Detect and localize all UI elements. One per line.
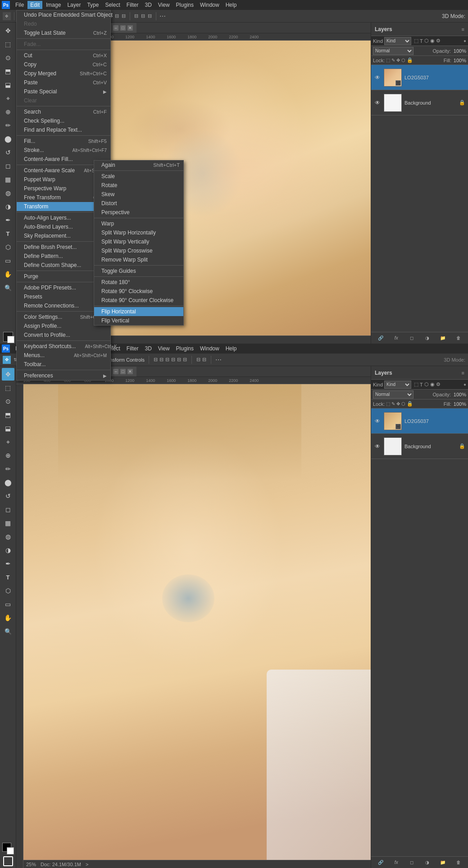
fill-value[interactable]: 100% [454, 58, 466, 63]
submenu-rotate-cw[interactable]: Rotate 90° Clockwise [94, 287, 183, 296]
bottom-fx-btn[interactable]: fx [392, 858, 401, 867]
tool-eraser[interactable]: ◻ [2, 160, 14, 172]
menu-cut[interactable]: CutCtrl+X [17, 51, 110, 60]
move-tool-icon[interactable]: ✥ [3, 12, 11, 20]
lock-icon-3[interactable]: ✥ [396, 58, 400, 63]
bottom-tab-close[interactable]: ✕ [127, 369, 133, 374]
bottom-tool-lasso[interactable]: ⊙ [2, 395, 14, 408]
submenu-split-h[interactable]: Split Warp Horizontally [94, 228, 183, 237]
lock-icon-4[interactable]: ⬡ [401, 58, 405, 63]
submenu-flip-vertical[interactable]: Flip Vertical [94, 316, 183, 325]
bottom-tab-max[interactable]: □ [120, 369, 126, 374]
bottom-tool-blur[interactable]: ◍ [2, 530, 14, 543]
bottom-opacity-value[interactable]: 100% [454, 392, 466, 397]
layer-icon-a[interactable]: ⬚ [414, 38, 418, 44]
menu-fill[interactable]: Fill...Shift+F5 [17, 137, 110, 146]
bottom-tool-move[interactable]: ✥ [2, 368, 14, 381]
menu-3d[interactable]: 3D [142, 1, 154, 9]
layer-icon-e[interactable]: ⚙ [436, 38, 441, 44]
menu-stroke[interactable]: Stroke...Alt+Shift+Ctrl+F7 [17, 146, 110, 155]
tool-brush[interactable]: ✏ [2, 119, 14, 132]
layer-icon-b[interactable]: T [420, 38, 423, 44]
tool-move[interactable]: ✥ [2, 24, 14, 37]
bottom-more-options[interactable]: ⋯ [215, 356, 222, 363]
bottom-tool-shape[interactable]: ▭ [2, 598, 14, 611]
submenu-skew[interactable]: Skew [94, 190, 183, 199]
bottom-tool-stamp[interactable]: ⬤ [2, 476, 14, 489]
lock-icon-1[interactable]: ⬚ [386, 58, 390, 63]
submenu-toggle-guides[interactable]: Toggle Guides [94, 266, 183, 276]
bottom-kind-select[interactable]: Kind [384, 381, 411, 389]
move-tool-active-icon[interactable]: ✥ [3, 356, 11, 364]
bottom-blend-select[interactable]: Normal [373, 390, 413, 399]
tool-zoom[interactable]: 🔍 [2, 281, 14, 294]
menu-type[interactable]: Type [84, 1, 101, 9]
bottom-menu-plugins[interactable]: Plugins [173, 344, 196, 353]
menu-edit[interactable]: Edit [27, 1, 42, 9]
bottom-adj-btn[interactable]: ◑ [423, 858, 432, 867]
layer-eye-2[interactable]: 👁 [374, 99, 381, 106]
menu-paste-special[interactable]: Paste Special▶ [17, 87, 110, 96]
submenu-again[interactable]: AgainShift+Ctrl+T [94, 161, 183, 170]
menu-preferences[interactable]: Preferences▶ [17, 371, 110, 380]
dist-icon-2[interactable]: ⊟ [140, 12, 146, 20]
submenu-warp[interactable]: Warp [94, 219, 183, 228]
lock-icon-5[interactable]: 🔒 [407, 57, 413, 63]
menu-find-replace[interactable]: Find and Replace Text... [17, 125, 110, 134]
tool-select[interactable]: ⬒ [2, 65, 14, 78]
dist-icon-3[interactable]: ⊟ [147, 12, 153, 20]
menu-copy[interactable]: CopyCtrl+C [17, 60, 110, 69]
menu-toolbar[interactable]: Toolbar... [17, 360, 110, 369]
layers-mask-btn[interactable]: ◻ [407, 334, 416, 343]
bottom-tool-dodge[interactable]: ◑ [2, 544, 14, 556]
layers-close-btn[interactable]: ≡ [462, 27, 464, 32]
tool-blur[interactable]: ◍ [2, 187, 14, 199]
tool-gradient[interactable]: ▦ [2, 173, 14, 186]
bottom-menu-help[interactable]: Help [223, 344, 240, 353]
layer-icon-c[interactable]: ⬡ [424, 38, 429, 44]
bottom-kind-icon-b[interactable]: T [420, 382, 423, 387]
menu-keyboard-shortcuts[interactable]: Keyboard Shortcuts...Alt+Shift+Ctrl+K [17, 342, 110, 351]
bottom-tool-pen[interactable]: ✒ [2, 557, 14, 570]
background-color[interactable] [7, 336, 14, 343]
submenu-rotate[interactable]: Rotate [94, 181, 183, 190]
bottom-tool-eraser[interactable]: ◻ [2, 503, 14, 516]
tool-history-brush[interactable]: ↺ [2, 146, 14, 159]
menu-check-spelling[interactable]: Check Spelling... [17, 116, 110, 125]
menu-convert-profile[interactable]: Convert to Profile... [17, 331, 110, 340]
bottom-link-btn[interactable]: 🔗 [376, 858, 385, 867]
menu-view[interactable]: View [155, 1, 173, 9]
tool-text[interactable]: T [2, 227, 14, 240]
layer-item-background[interactable]: 👁 Background 🔒 [371, 90, 468, 115]
tab-close-btn[interactable]: ✕ [127, 25, 133, 31]
b-align-4[interactable]: ⊟ [171, 356, 176, 363]
bottom-tool-history[interactable]: ↺ [2, 490, 14, 502]
tool-path[interactable]: ⬡ [2, 241, 14, 253]
bottom-kind-icon-e[interactable]: ⚙ [436, 381, 441, 387]
menu-select[interactable]: Select [102, 1, 123, 9]
bottom-kind-icon-c[interactable]: ⬡ [424, 381, 429, 387]
bottom-lock-1[interactable]: ⬚ [386, 401, 390, 406]
b-align-5[interactable]: ⊟ [177, 356, 182, 363]
b-align-6[interactable]: ⊟ [182, 356, 187, 363]
bottom-tool-path-sel[interactable]: ⬡ [2, 584, 14, 597]
bottom-tool-marquee[interactable]: ⬚ [2, 381, 14, 394]
bottom-tool-brush[interactable]: ✏ [2, 463, 14, 475]
opacity-value[interactable]: 100% [454, 48, 466, 54]
submenu-rotate-ccw[interactable]: Rotate 90° Counter Clockwise [94, 296, 183, 305]
layer-eye-1[interactable]: 👁 [374, 74, 381, 81]
tool-hand[interactable]: ✋ [2, 268, 14, 280]
layers-adj-btn[interactable]: ◑ [423, 334, 432, 343]
tool-heal[interactable]: ⊕ [2, 106, 14, 118]
bottom-lock-3[interactable]: ✥ [396, 401, 400, 406]
bottom-fill-value[interactable]: 100% [454, 401, 466, 407]
tool-crop[interactable]: ⬓ [2, 78, 14, 91]
layer-icon-d[interactable]: ◉ [430, 38, 435, 44]
menu-layer[interactable]: Layer [64, 1, 83, 9]
bottom-tool-crop[interactable]: ⬓ [2, 422, 14, 435]
bottom-tool-eyedropper[interactable]: ⌖ [2, 436, 14, 448]
menu-copy-merged[interactable]: Copy MergedShift+Ctrl+C [17, 69, 110, 78]
tab-maximize-btn[interactable]: □ [120, 25, 126, 31]
tab-minimize-btn[interactable]: – [113, 25, 118, 31]
menu-file[interactable]: File [13, 1, 27, 9]
